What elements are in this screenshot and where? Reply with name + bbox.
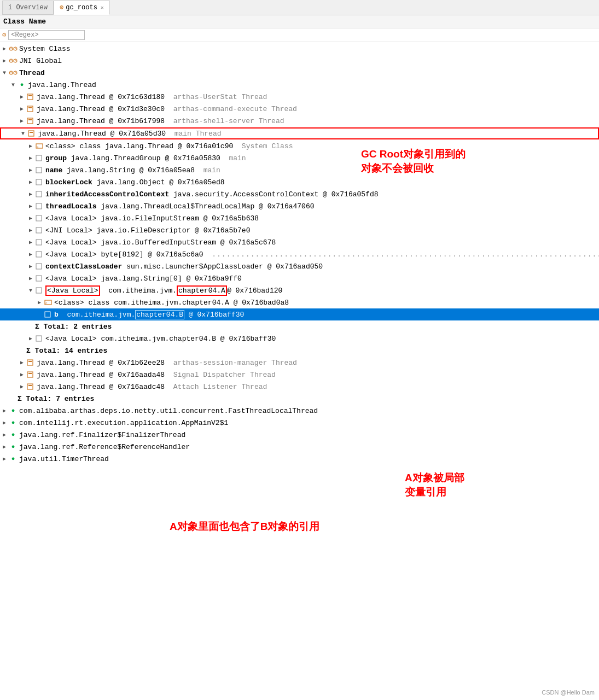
- tree-row-group[interactable]: ▶ group java.lang.ThreadGroup @ 0x716a05…: [0, 152, 599, 164]
- tab-gc-roots-close[interactable]: ✕: [101, 4, 104, 11]
- tree-row-thread4[interactable]: ▼ java.lang.Thread @ 0x716a05d30 main Th…: [0, 127, 599, 139]
- icon-java-lang-thread: ●: [18, 80, 26, 89]
- expander-jni-local[interactable]: ▶: [26, 226, 35, 235]
- expander-mainv2[interactable]: ▶: [0, 418, 9, 427]
- expander-group[interactable]: ▶: [26, 154, 35, 162]
- label-threadlocals: threadLocals java.lang.ThreadLocal$Threa…: [45, 202, 595, 211]
- icon-java-local1: [35, 214, 44, 223]
- icon-thread: ⚙⚙: [9, 68, 18, 77]
- tab-overview[interactable]: i Overview: [2, 1, 54, 15]
- icon-finalizer: ●: [9, 430, 18, 439]
- expander-thread3[interactable]: ▶: [18, 116, 26, 125]
- tree-row-timer[interactable]: ▶ ● java.util.TimerThread: [0, 453, 599, 465]
- expander-java-local5[interactable]: ▼: [26, 286, 35, 295]
- label-total2: Σ Total: 2 entries: [35, 323, 595, 331]
- expander-java-local4[interactable]: ▶: [26, 274, 35, 283]
- expander-jni-global[interactable]: ▶: [0, 56, 9, 65]
- expander-system-class[interactable]: ▶: [0, 44, 9, 53]
- expander-java-local1[interactable]: ▶: [26, 214, 35, 223]
- expander-java-local3[interactable]: ▶: [26, 250, 35, 259]
- label-blocker: blockerLock java.lang.Object @ 0x716a05e…: [45, 178, 595, 186]
- label-java-local3: <Java Local> byte[8192] @ 0x716a5c6a0 ..…: [45, 250, 599, 259]
- expander-fast-thread[interactable]: ▶: [0, 406, 9, 415]
- tree-row-thread7[interactable]: ▶ java.lang.Thread @ 0x716aadc48 Attach …: [0, 381, 599, 393]
- label-mainv2: com.intellij.rt.execution.application.Ap…: [19, 419, 595, 427]
- tree-row-thread3[interactable]: ▶ java.lang.Thread @ 0x71b617998 arthas-…: [0, 115, 599, 127]
- tree-row-java-local2[interactable]: ▶ <Java Local> java.io.BufferedInputStre…: [0, 236, 599, 248]
- expander-thread[interactable]: ▼: [0, 68, 9, 77]
- tree-row-jni-global[interactable]: ▶ ⚙⚙ JNI Global: [0, 55, 599, 67]
- expander-class[interactable]: ▶: [26, 142, 35, 150]
- label-name: name java.lang.String @ 0x716a05ea8 main: [45, 166, 595, 174]
- expander-class-a[interactable]: ▶: [35, 298, 44, 307]
- expander-name[interactable]: ▶: [26, 166, 35, 174]
- tree-row-class-a[interactable]: ▶ c <class> class com.itheima.jvm.chapte…: [0, 296, 599, 308]
- svg-rect-30: [27, 384, 33, 389]
- svg-rect-4: [27, 118, 33, 124]
- expander-thread2[interactable]: ▶: [18, 104, 26, 113]
- svg-rect-31: [28, 385, 32, 386]
- icon-thread4: [27, 129, 36, 138]
- expander-thread4[interactable]: ▼: [19, 129, 27, 138]
- expander-blocker[interactable]: ▶: [26, 178, 35, 186]
- tree-row-context[interactable]: ▶ contextClassLoader sun.misc.Launcher$A…: [0, 260, 599, 272]
- expander-thread1[interactable]: ▶: [18, 92, 26, 101]
- tree-row-finalizer[interactable]: ▶ ● java.lang.ref.Finalizer$FinalizerThr…: [0, 429, 599, 441]
- svg-rect-13: [36, 191, 42, 197]
- tree-row-thread1[interactable]: ▶ java.lang.Thread @ 0x71c63d180 arthas-…: [0, 91, 599, 103]
- regex-row: ⚙: [0, 28, 599, 42]
- tree-row-thread2[interactable]: ▶ java.lang.Thread @ 0x71d3e30c0 arthas-…: [0, 103, 599, 115]
- tree-row-thread[interactable]: ▼ ⚙⚙ Thread: [0, 67, 599, 79]
- tab-gc-roots[interactable]: ⚙ gc_roots ✕: [54, 1, 110, 15]
- icon-reference: ●: [9, 442, 18, 451]
- tree-row-system-class[interactable]: ▶ ⚙⚙ System Class: [0, 43, 599, 55]
- expander-timer[interactable]: ▶: [0, 454, 9, 463]
- expander-thread6[interactable]: ▶: [18, 370, 26, 379]
- icon-java-local6: [35, 334, 44, 343]
- header-row: Class Name: [0, 15, 599, 28]
- tree-row-total7: Σ Total: 7 entries: [0, 393, 599, 405]
- tree-row-inherited[interactable]: ▶ inheritedAccessControlContext java.sec…: [0, 188, 599, 200]
- tree-row-blocker[interactable]: ▶ blockerLock java.lang.Object @ 0x716a0…: [0, 176, 599, 188]
- annotation-localvar: A对象被局部变量引用: [405, 471, 464, 499]
- tab-gc-roots-label: gc_roots: [66, 4, 97, 11]
- svg-rect-28: [27, 372, 33, 377]
- regex-input[interactable]: [8, 30, 85, 40]
- icon-java-local4: [35, 274, 44, 283]
- tab-gc-roots-icon: ⚙: [60, 3, 63, 11]
- expander-java-local2[interactable]: ▶: [26, 238, 35, 247]
- icon-group: [35, 154, 44, 162]
- tree-row-b[interactable]: - b com.itheima.jvm.chapter04.B @ 0x716b…: [0, 308, 599, 320]
- expander-threadlocals[interactable]: ▶: [26, 202, 35, 211]
- tree-row-mainv2[interactable]: ▶ ● com.intellij.rt.execution.applicatio…: [0, 417, 599, 429]
- expander-inherited[interactable]: ▶: [26, 190, 35, 199]
- expander-java-lang-thread[interactable]: ▼: [9, 80, 18, 89]
- tree-row-fast-thread[interactable]: ▶ ● com.alibaba.arthas.deps.io.netty.uti…: [0, 405, 599, 417]
- tree-row-java-local1[interactable]: ▶ <Java Local> java.io.FileInputStream @…: [0, 212, 599, 224]
- tree-row-java-local6[interactable]: ▶ <Java Local> com.itheima.jvm.chapter04…: [0, 332, 599, 345]
- tree-row-thread6[interactable]: ▶ java.lang.Thread @ 0x716aada48 Signal …: [0, 369, 599, 381]
- expander-thread7[interactable]: ▶: [18, 382, 26, 391]
- tree-row-threadlocals[interactable]: ▶ threadLocals java.lang.ThreadLocal$Thr…: [0, 200, 599, 212]
- tree-row-java-local5[interactable]: ▼ <Java Local> com.itheima.jvm.chapter04…: [0, 284, 599, 296]
- tree-row-name[interactable]: ▶ name java.lang.String @ 0x716a05ea8 ma…: [0, 164, 599, 176]
- tree-row-java-local3[interactable]: ▶ <Java Local> byte[8192] @ 0x716a5c6a0 …: [0, 248, 599, 260]
- tree-row-java-local4[interactable]: ▶ <Java Local> java.lang.String[0] @ 0x7…: [0, 272, 599, 284]
- expander-b: -: [35, 310, 44, 319]
- icon-inherited: [35, 190, 44, 199]
- expander-context[interactable]: ▶: [26, 262, 35, 271]
- tree-row-jni-local[interactable]: ▶ <JNI Local> java.io.FileDescriptor @ 0…: [0, 224, 599, 236]
- expander-thread5[interactable]: ▶: [18, 358, 26, 367]
- expander-reference[interactable]: ▶: [0, 442, 9, 451]
- label-thread1: java.lang.Thread @ 0x71c63d180 arthas-Us…: [37, 93, 595, 101]
- label-inherited: inheritedAccessControlContext java.secur…: [45, 190, 595, 199]
- tree-row-java-lang-thread[interactable]: ▼ ● java.lang.Thread: [0, 79, 599, 91]
- expander-finalizer[interactable]: ▶: [0, 430, 9, 439]
- icon-context: [35, 262, 44, 271]
- tree-row-thread5[interactable]: ▶ java.lang.Thread @ 0x71b62ee28 arthas-…: [0, 357, 599, 369]
- tree-row-class[interactable]: ▶ c <class> class java.lang.Thread @ 0x7…: [0, 140, 599, 152]
- tree-row-reference[interactable]: ▶ ● java.lang.ref.Reference$ReferenceHan…: [0, 441, 599, 453]
- expander-java-local6[interactable]: ▶: [26, 334, 35, 343]
- label-thread5: java.lang.Thread @ 0x71b62ee28 arthas-se…: [37, 359, 595, 367]
- label-total14: Σ Total: 14 entries: [26, 347, 595, 355]
